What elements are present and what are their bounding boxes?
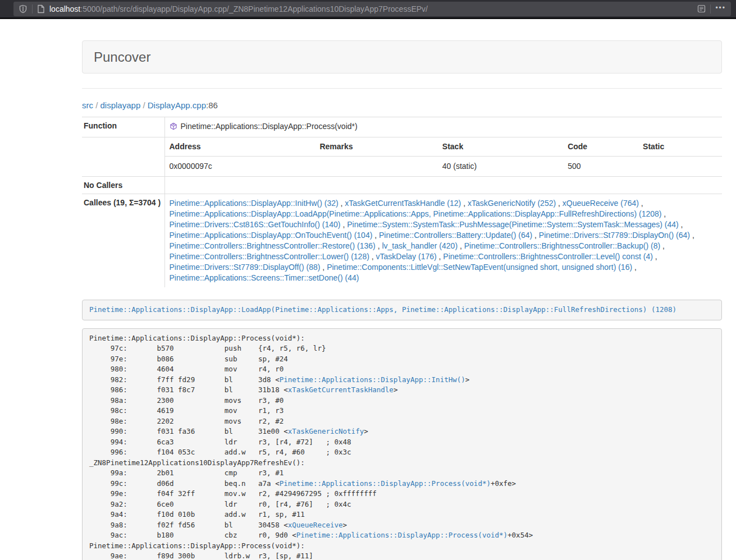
table-row: AddressRemarksStackCodeStatic 0x0000097c… [82, 137, 722, 177]
callee-separator: , [556, 199, 563, 208]
asm-link[interactable]: xTaskGenericNotify [288, 427, 364, 435]
callee-separator: , [458, 241, 464, 250]
caller-banner-link[interactable]: Pinetime::Applications::DisplayApp::Load… [89, 305, 676, 314]
callee-separator: , [369, 252, 376, 261]
callee-separator: , [532, 231, 539, 240]
url-text[interactable]: localhost:5000/path/src/displayapp/Displ… [49, 4, 697, 13]
app-title-panel: Puncover [82, 40, 722, 74]
content-container: Puncover src / displayapp / DisplayApp.c… [82, 40, 722, 560]
function-label: Function [82, 117, 164, 137]
breadcrumb-separator: / [93, 100, 100, 110]
callee-link[interactable]: Pinetime::Applications::DisplayApp::Init… [170, 199, 339, 208]
callee-separator: , [461, 199, 468, 208]
callee-separator: , [639, 199, 643, 208]
callee-separator: , [372, 231, 379, 240]
metrics-cell: 500 [563, 157, 638, 177]
callee-link[interactable]: Pinetime::Controllers::BrightnessControl… [464, 241, 660, 250]
metrics-header-row: AddressRemarksStackCodeStatic [165, 137, 723, 157]
divider [82, 88, 722, 89]
page-actions-icon[interactable]: ••• [715, 4, 726, 13]
callee-separator: , [661, 209, 666, 218]
function-table: Function Pinetime::Applications::Display… [82, 117, 722, 287]
callee-link[interactable]: Pinetime::Drivers::St7789::DisplayOn() (… [539, 231, 690, 240]
table-row: Function Pinetime::Applications::Display… [82, 117, 722, 137]
callee-link[interactable]: Pinetime::Components::LittleVgl::SetNewT… [327, 263, 632, 272]
asm-link[interactable]: xQueueReceive [288, 521, 343, 529]
callees-label: Callees (19, Σ=3704 ) [82, 194, 164, 288]
symbol-cube-icon [170, 122, 177, 133]
urlbar-separator [32, 4, 33, 13]
callee-separator: , [341, 220, 348, 229]
asm-link[interactable]: xTaskGetCurrentTaskHandle [288, 385, 394, 394]
url-host: localhost [49, 4, 80, 13]
metrics-cell: 0x0000097c [165, 157, 316, 177]
callee-link[interactable]: Pinetime::Drivers::Cst816S::GetTouchInfo… [170, 220, 341, 229]
disassembly-block: Pinetime::Applications::DisplayApp::Proc… [82, 328, 722, 560]
metrics-cell [315, 157, 437, 177]
metrics-cell [638, 157, 722, 177]
browser-toolbar: localhost:5000/path/src/displayapp/Displ… [0, 0, 736, 19]
callee-link[interactable]: Pinetime::Controllers::BrightnessControl… [170, 241, 376, 250]
callee-separator: , [339, 199, 345, 208]
callee-link[interactable]: xQueueReceive (764) [563, 199, 639, 208]
column-header: Stack [438, 137, 563, 157]
callee-link[interactable]: vTaskDelay (176) [376, 252, 437, 261]
callee-separator: , [320, 263, 327, 272]
function-name: Pinetime::Applications::DisplayApp::Proc… [181, 122, 358, 131]
page-icon[interactable] [37, 4, 45, 13]
metrics-cell: 40 (static) [438, 157, 563, 177]
breadcrumb-separator: / [140, 100, 148, 110]
callee-separator: , [632, 263, 637, 272]
breadcrumb: src / displayapp / DisplayApp.cpp:86 [82, 100, 722, 111]
callee-separator: , [679, 220, 683, 229]
breadcrumb-link[interactable]: displayapp [100, 100, 141, 110]
callee-link[interactable]: Pinetime::System::SystemTask::PushMessag… [347, 220, 679, 229]
column-header: Static [638, 137, 722, 157]
callees-list: Pinetime::Applications::DisplayApp::Init… [164, 194, 722, 288]
callee-link[interactable]: Pinetime::Controllers::Battery::Update()… [379, 231, 532, 240]
table-row: Callees (19, Σ=3704 ) Pinetime::Applicat… [82, 194, 722, 288]
callee-link[interactable]: lv_task_handler (420) [382, 241, 458, 250]
callee-link[interactable]: Pinetime::Applications::DisplayApp::OnTo… [170, 231, 373, 240]
column-header: Address [165, 137, 316, 157]
asm-link[interactable]: Pinetime::Applications::DisplayApp::Proc… [296, 531, 508, 539]
callee-separator: , [690, 231, 694, 240]
callee-link[interactable]: Pinetime::Applications::Screens::Timer::… [170, 273, 359, 282]
no-callers-label: No Callers [82, 177, 164, 194]
shield-icon[interactable] [19, 4, 28, 13]
asm-link[interactable]: Pinetime::Applications::DisplayApp::Init… [280, 375, 465, 384]
urlbar-separator [710, 4, 711, 13]
column-header: Code [563, 137, 638, 157]
callee-link[interactable]: Pinetime::Applications::DisplayApp::Load… [170, 209, 662, 218]
breadcrumb-line-number: :86 [206, 100, 218, 110]
callee-link[interactable]: Pinetime::Controllers::BrightnessControl… [443, 252, 652, 261]
url-bar[interactable]: localhost:5000/path/src/displayapp/Displ… [13, 2, 731, 16]
callee-link[interactable]: Pinetime::Drivers::St7789::DisplayOff() … [170, 263, 321, 272]
breadcrumb-link[interactable]: src [82, 100, 93, 110]
page-title: Puncover [94, 49, 150, 65]
callee-separator: , [437, 252, 444, 261]
callee-link[interactable]: xTaskGetCurrentTaskHandle (12) [345, 199, 461, 208]
function-name-cell: Pinetime::Applications::DisplayApp::Proc… [164, 117, 722, 137]
caller-banner: Pinetime::Applications::DisplayApp::Load… [82, 300, 722, 320]
url-path: :5000/path/src/displayapp/DisplayApp.cpp… [80, 4, 428, 13]
callee-separator: , [653, 252, 657, 261]
callee-separator: , [660, 241, 665, 250]
asm-link[interactable]: Pinetime::Applications::DisplayApp::Proc… [280, 479, 491, 488]
breadcrumb-link[interactable]: DisplayApp.cpp [148, 100, 206, 110]
table-row: No Callers [82, 177, 722, 194]
metrics-table: AddressRemarksStackCodeStatic 0x0000097c… [165, 137, 723, 176]
callee-link[interactable]: xTaskGenericNotify (252) [468, 199, 556, 208]
reader-mode-icon[interactable] [697, 4, 706, 13]
column-header: Remarks [315, 137, 437, 157]
metrics-value-row: 0x0000097c40 (static)500 [165, 157, 723, 177]
callee-separator: , [376, 241, 382, 250]
callee-link[interactable]: Pinetime::Controllers::BrightnessControl… [170, 252, 369, 261]
